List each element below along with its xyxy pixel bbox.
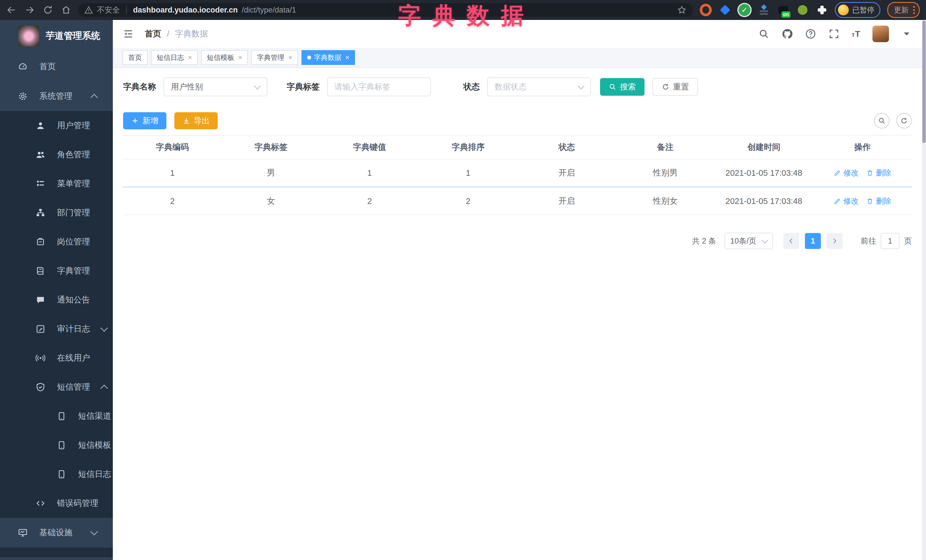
sidebar-item-posts[interactable]: 岗位管理 bbox=[0, 227, 113, 257]
hamburger-icon[interactable] bbox=[123, 28, 134, 39]
sidebar-item-label: 岗位管理 bbox=[57, 236, 90, 248]
extension-toggles-icon[interactable] bbox=[758, 4, 770, 16]
close-icon[interactable]: × bbox=[238, 54, 242, 62]
edit-link[interactable]: 修改 bbox=[834, 196, 859, 206]
export-button[interactable]: 导出 bbox=[174, 112, 218, 129]
close-icon[interactable]: × bbox=[188, 54, 192, 62]
extension-puzzle-icon[interactable] bbox=[816, 4, 828, 16]
badge-icon bbox=[35, 237, 45, 247]
edit-label: 修改 bbox=[843, 196, 859, 206]
profile-paused-badge[interactable]: 已暂停 bbox=[835, 2, 881, 18]
chevron-right-icon bbox=[831, 237, 838, 245]
delete-link[interactable]: 删除 bbox=[866, 196, 891, 206]
browser-update-button[interactable]: 更新 bbox=[887, 2, 920, 18]
sidebar-item-infrastructure[interactable]: 基础设施 bbox=[0, 518, 113, 548]
table-row[interactable]: 2 女 2 2 开启 性别女 2021-01-05 17:03:48 修改 bbox=[123, 188, 912, 215]
sidebar-item-sms[interactable]: 短信管理 bbox=[0, 373, 113, 402]
back-icon[interactable] bbox=[6, 5, 17, 15]
chevron-up-icon bbox=[100, 385, 108, 392]
page-size-select[interactable]: 10条/页 bbox=[725, 233, 773, 249]
avatar[interactable] bbox=[872, 26, 889, 42]
sidebar-item-label: 错误码管理 bbox=[57, 498, 98, 509]
goto-page-input[interactable] bbox=[881, 233, 899, 249]
tab-dict-data[interactable]: 字典数据 × bbox=[301, 50, 355, 65]
app-logo-row[interactable]: 芋道管理系统 bbox=[0, 20, 113, 52]
reload-icon[interactable] bbox=[43, 5, 53, 15]
tab-sms-log[interactable]: 短信日志 × bbox=[151, 50, 198, 65]
edit-link[interactable]: 修改 bbox=[834, 168, 859, 178]
sidebar-item-system[interactable]: 系统管理 bbox=[0, 82, 113, 111]
font-size-icon[interactable]: тT bbox=[852, 29, 861, 39]
dict-name-select[interactable]: 用户性别 bbox=[163, 77, 267, 96]
delete-link[interactable]: 删除 bbox=[866, 168, 891, 178]
sidebar-item-home[interactable]: 首页 bbox=[0, 52, 113, 82]
scrollbar-thumb[interactable] bbox=[922, 21, 926, 143]
sidebar-item-departments[interactable]: 部门管理 bbox=[0, 198, 113, 227]
next-page-button[interactable] bbox=[826, 233, 843, 249]
col-header: 字典编码 bbox=[123, 142, 222, 153]
cell-label: 男 bbox=[222, 167, 320, 179]
refresh-table-button[interactable] bbox=[896, 113, 912, 128]
dict-book-icon bbox=[35, 266, 45, 276]
extension-on-icon[interactable]: on bbox=[777, 4, 789, 16]
col-header: 创建时间 bbox=[714, 142, 813, 153]
address-bar[interactable]: 不安全 dashboard.yudao.iocoder.cn /dict/typ… bbox=[78, 3, 693, 17]
dict-label-input[interactable] bbox=[327, 77, 431, 96]
sidebar-item-error-code[interactable]: 错误码管理 bbox=[0, 489, 113, 518]
caret-down-icon[interactable] bbox=[901, 28, 912, 39]
breadcrumb-home[interactable]: 首页 bbox=[145, 28, 161, 39]
trash-icon bbox=[866, 169, 873, 177]
cell-created: 2021-01-05 17:03:48 bbox=[714, 196, 813, 206]
page-number-button[interactable]: 1 bbox=[805, 233, 821, 249]
add-button-label: 新增 bbox=[142, 115, 159, 126]
status-select[interactable]: 数据状态 bbox=[487, 77, 591, 96]
sidebar-item-notice[interactable]: 通知公告 bbox=[0, 285, 113, 314]
sidebar-item-sms-channel[interactable]: 短信渠道 bbox=[0, 402, 113, 431]
prev-page-button[interactable] bbox=[783, 233, 799, 249]
browser-menu-icon[interactable] bbox=[913, 6, 915, 14]
search-button[interactable]: 搜索 bbox=[600, 78, 645, 96]
close-icon[interactable]: × bbox=[288, 54, 292, 62]
add-button[interactable]: 新增 bbox=[123, 112, 166, 129]
sidebar-item-menus[interactable]: 菜单管理 bbox=[0, 169, 113, 198]
table-toolbar: 新增 导出 bbox=[123, 112, 912, 129]
sidebar-item-label: 短信管理 bbox=[57, 381, 90, 393]
extension-gem-icon[interactable] bbox=[719, 4, 731, 16]
bookmark-star-icon[interactable] bbox=[677, 5, 687, 15]
sidebar-item-online-users[interactable]: 在线用户 bbox=[0, 344, 113, 373]
sidebar-item-dict[interactable]: 字典管理 bbox=[0, 257, 113, 285]
sidebar-item-label: 短信模板 bbox=[78, 439, 111, 451]
scrollbar[interactable] bbox=[922, 20, 926, 560]
sidebar-item-sms-template[interactable]: 短信模板 bbox=[0, 431, 113, 460]
extension-check-icon[interactable]: ✓ bbox=[738, 4, 750, 16]
extension-leaf-icon[interactable] bbox=[797, 4, 809, 16]
chevron-down-icon bbox=[761, 237, 768, 243]
menu-list-icon bbox=[35, 179, 45, 189]
search-icon[interactable] bbox=[758, 28, 770, 39]
home-icon[interactable] bbox=[61, 5, 71, 15]
table-row[interactable]: 1 男 1 1 开启 性别男 2021-01-05 17:03:48 修改 bbox=[123, 160, 912, 188]
reset-button[interactable]: 重置 bbox=[652, 78, 698, 96]
sidebar-item-roles[interactable]: 角色管理 bbox=[0, 140, 113, 169]
sidebar-item-label: 用户管理 bbox=[57, 120, 90, 131]
cell-remark: 性别女 bbox=[616, 195, 714, 207]
tab-dict-manage[interactable]: 字典管理 × bbox=[251, 50, 298, 65]
help-icon[interactable] bbox=[805, 28, 816, 39]
header-actions: тT bbox=[758, 26, 912, 42]
toggle-search-button[interactable] bbox=[874, 113, 890, 128]
sidebar-item-users[interactable]: 用户管理 bbox=[0, 111, 113, 140]
close-icon[interactable]: × bbox=[345, 54, 349, 62]
cell-actions: 修改 删除 bbox=[813, 196, 912, 206]
status-label: 状态 bbox=[463, 81, 480, 92]
cell-value: 2 bbox=[320, 196, 419, 206]
forward-icon[interactable] bbox=[24, 5, 35, 15]
sidebar-item-sms-log[interactable]: 短信日志 bbox=[0, 460, 113, 489]
tab-label: 短信日志 bbox=[157, 53, 184, 62]
tab-home[interactable]: 首页 bbox=[123, 50, 148, 65]
extension-ring-icon[interactable] bbox=[700, 4, 712, 16]
sidebar-item-audit-log[interactable]: 审计日志 bbox=[0, 314, 113, 344]
fullscreen-icon[interactable] bbox=[828, 28, 840, 39]
github-icon[interactable] bbox=[782, 28, 793, 39]
not-secure-warning-icon[interactable] bbox=[84, 6, 93, 14]
tab-sms-template[interactable]: 短信模板 × bbox=[201, 50, 248, 65]
